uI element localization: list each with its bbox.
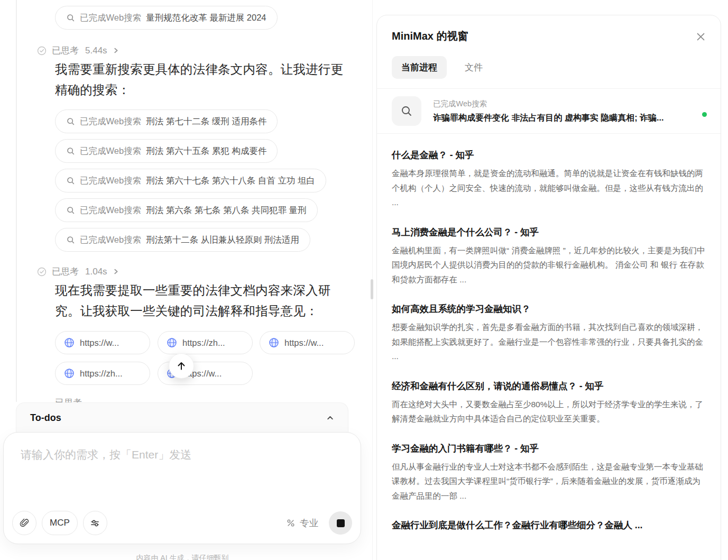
scrollbar-thumb[interactable] xyxy=(371,279,373,299)
search-chip-status: 已完成Web搜索 xyxy=(80,234,141,246)
pro-mode-label: 专业 xyxy=(300,517,318,529)
search-chip-query: 量刑规范化改革 最新进展 2024 xyxy=(146,12,266,24)
paperclip-icon xyxy=(20,518,30,528)
search-chip-status: 已完成Web搜索 xyxy=(80,175,141,187)
chevron-up-icon[interactable] xyxy=(326,414,334,422)
arrow-up-icon xyxy=(176,361,187,371)
search-results-list: 什么是金融？ - 知乎 金融本身原理很简单，就是资金的流动和融通。简单的说就是让… xyxy=(377,134,721,531)
thinking-row[interactable]: 已思考 1.04s xyxy=(37,265,119,278)
search-chip-query: 刑法 第六十七条 第六十八条 自首 立功 坦白 xyxy=(146,175,315,187)
search-result: 如何高效且系统的学习金融知识？ 想要金融知识学的扎实，首先是多看金融方面的书籍，… xyxy=(392,302,706,364)
timeline-line xyxy=(16,0,17,402)
search-chip-status: 已完成Web搜索 xyxy=(80,205,141,216)
url-chip[interactable]: https://zh... xyxy=(55,362,150,385)
search-icon xyxy=(66,206,75,215)
check-circle-icon xyxy=(37,267,47,277)
todos-bar[interactable]: To-dos xyxy=(16,402,348,433)
search-icon xyxy=(66,176,75,185)
url-chip-label: https://w... xyxy=(284,338,324,348)
pro-mode-icon xyxy=(286,518,296,528)
search-result: 经济和金融有什么区别，请说的通俗易懂点？ - 知乎 而在这绝对大头中，又要数金融… xyxy=(392,380,706,426)
url-chip[interactable]: https://w... xyxy=(55,331,150,354)
thinking-duration: 5.44s xyxy=(85,45,107,56)
search-chip-query: 刑法 第六十五条 累犯 构成要件 xyxy=(146,145,266,157)
mcp-button[interactable]: MCP xyxy=(42,511,78,535)
result-snippet: 但凡从事金融行业的专业人士对这本书都不会感到陌生，这是金融专业第一本专业基础课教… xyxy=(392,460,706,503)
result-title[interactable]: 金融行业到底是做什么工作？金融行业有哪些细分？金融人 ... xyxy=(392,519,706,531)
composer-toolbar: MCP 专业 xyxy=(12,511,352,535)
globe-icon xyxy=(64,337,75,348)
panel-title: MiniMax 的视窗 xyxy=(392,29,706,43)
search-icon xyxy=(66,235,75,244)
url-chip-label: https://zh... xyxy=(80,369,123,379)
composer-card: MCP 专业 xyxy=(3,432,361,544)
result-title[interactable]: 如何高效且系统的学习金融知识？ xyxy=(392,302,706,315)
thinking-row[interactable]: 已思考 5.44s xyxy=(37,44,119,57)
globe-icon xyxy=(64,368,75,379)
web-search-chip[interactable]: 已完成Web搜索 刑法 第七十二条 缓刑 适用条件 xyxy=(55,109,278,133)
url-chip-label: https://w... xyxy=(80,338,119,348)
search-result: 什么是金融？ - 知乎 金融本身原理很简单，就是资金的流动和融通。简单的说就是让… xyxy=(392,149,706,210)
search-status-texts: 已完成Web搜索 诈骗罪构成要件变化 非法占有目的 虚构事实 隐瞒真相; 诈骗.… xyxy=(433,99,706,124)
web-search-chip[interactable]: 已完成Web搜索 刑法 第六条 第七条 第八条 共同犯罪 量刑 xyxy=(55,198,318,222)
url-chip[interactable]: https://w... xyxy=(260,331,355,354)
panel-tabs: 当前进程 文件 xyxy=(392,56,706,79)
stop-button[interactable] xyxy=(329,511,352,535)
close-icon xyxy=(696,32,706,42)
assistant-paragraph: 我需要重新搜索更具体的法律条文内容。让我进行更精确的搜索： xyxy=(55,59,351,100)
result-snippet: 金融机构里面，有一类牌照叫做“ 消费金融牌照 ”，近几年炒的比较火，主要是为我们… xyxy=(392,243,706,287)
tab-files[interactable]: 文件 xyxy=(465,61,483,74)
globe-icon xyxy=(167,337,177,348)
thinking-label: 已思考 xyxy=(52,265,79,278)
search-icon xyxy=(400,105,413,117)
result-title[interactable]: 经济和金融有什么区别，请说的通俗易懂点？ - 知乎 xyxy=(392,380,706,392)
app-window: 已完成Web搜索 量刑规范化改革 最新进展 2024 已思考 5.44s 我需要… xyxy=(0,0,728,560)
result-snippet: 金融本身原理很简单，就是资金的流动和融通。简单的说就是让资金在有钱和缺钱的两个机… xyxy=(392,166,706,210)
search-chip-query: 刑法 第七十二条 缓刑 适用条件 xyxy=(146,116,266,127)
scroll-to-top-button[interactable] xyxy=(169,353,194,379)
panel-header: MiniMax 的视窗 xyxy=(377,15,721,43)
search-chip-status: 已完成Web搜索 xyxy=(80,12,141,24)
result-title[interactable]: 马上消费金融是个什么公司？ - 知乎 xyxy=(392,226,706,238)
search-status-card[interactable]: 已完成Web搜索 诈骗罪构成要件变化 非法占有目的 虚构事实 隐瞒真相; 诈骗.… xyxy=(377,89,721,133)
search-status-label: 已完成Web搜索 xyxy=(433,99,706,109)
result-title[interactable]: 学习金融的入门书籍有哪些？ - 知乎 xyxy=(392,442,706,455)
mcp-label: MCP xyxy=(50,518,70,528)
result-snippet: 想要金融知识学的扎实，首先是多看金融方面的书籍，其次找到自己喜欢的领域深耕，如果… xyxy=(392,320,706,364)
search-icon xyxy=(66,117,75,126)
sliders-icon xyxy=(90,518,100,528)
thinking-duration: 1.04s xyxy=(85,267,107,277)
url-chip-label: https://zh... xyxy=(182,338,225,348)
web-search-chip[interactable]: 已完成Web搜索 量刑规范化改革 最新进展 2024 xyxy=(55,6,278,30)
assistant-paragraph: 现在我需要提取一些重要的法律文档内容来深入研究。让我获取一些关键的司法解释和指导… xyxy=(55,280,351,322)
search-icon-box xyxy=(392,96,421,126)
thinking-label: 已思考 xyxy=(52,44,79,57)
search-chip-status: 已完成Web搜索 xyxy=(80,145,141,157)
url-chip[interactable]: https://zh... xyxy=(158,331,253,354)
ai-disclaimer: 内容由 AI 生成，请仔细甄别 xyxy=(0,554,365,560)
minimax-viewport-panel: MiniMax 的视窗 当前进程 文件 已完成Web搜索 诈骗罪构成要件变化 非… xyxy=(376,15,721,560)
search-icon xyxy=(66,13,75,22)
search-status-query: 诈骗罪构成要件变化 非法占有目的 虚构事实 隐瞒真相; 诈骗... xyxy=(433,113,691,124)
status-green-dot xyxy=(702,112,707,117)
search-chip-query: 刑法 第六条 第七条 第八条 共同犯罪 量刑 xyxy=(146,205,306,216)
web-search-chip[interactable]: 已完成Web搜索 刑法 第六十七条 第六十八条 自首 立功 坦白 xyxy=(55,169,326,192)
stop-icon xyxy=(337,519,345,527)
todos-title: To-dos xyxy=(30,412,61,424)
globe-icon xyxy=(269,337,279,348)
result-snippet: 而在这绝对大头中，又要数金融占至少80%以上，所以对于经济学专业的学生来说，了解… xyxy=(392,397,706,426)
check-circle-icon xyxy=(37,46,47,56)
pro-mode-toggle[interactable]: 专业 xyxy=(286,517,318,529)
web-search-chip[interactable]: 已完成Web搜索 刑法第十二条 从旧兼从轻原则 刑法适用 xyxy=(55,228,310,252)
attach-button[interactable] xyxy=(12,511,36,535)
search-result: 马上消费金融是个什么公司？ - 知乎 金融机构里面，有一类牌照叫做“ 消费金融牌… xyxy=(392,226,706,287)
close-button[interactable] xyxy=(693,29,708,44)
result-title[interactable]: 什么是金融？ - 知乎 xyxy=(392,149,706,161)
tab-current-process[interactable]: 当前进程 xyxy=(392,56,447,79)
search-result: 学习金融的入门书籍有哪些？ - 知乎 但凡从事金融行业的专业人士对这本书都不会感… xyxy=(392,442,706,503)
web-search-chip[interactable]: 已完成Web搜索 刑法 第六十五条 累犯 构成要件 xyxy=(55,139,278,163)
search-chip-status: 已完成Web搜索 xyxy=(80,116,141,127)
search-result: 金融行业到底是做什么工作？金融行业有哪些细分？金融人 ... xyxy=(392,519,706,531)
message-input[interactable] xyxy=(21,447,343,498)
tune-button[interactable] xyxy=(83,511,107,535)
